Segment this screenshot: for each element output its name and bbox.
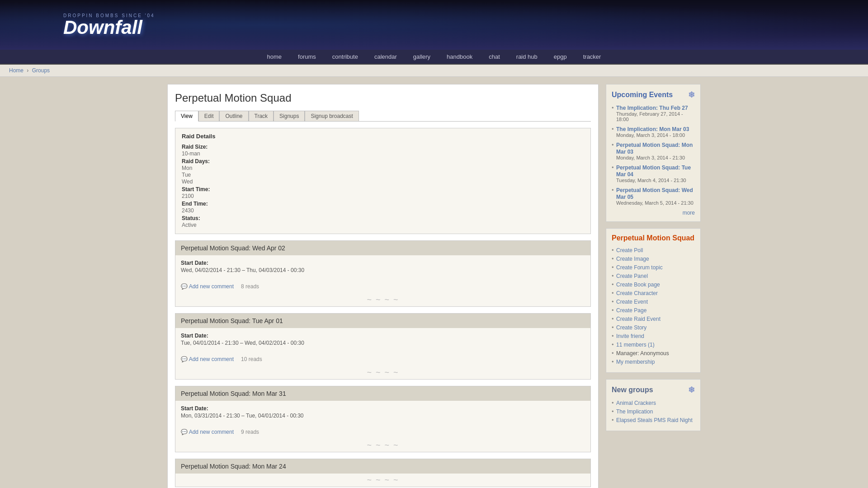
tab-signup-broadcast[interactable]: Signup broadcast [305, 111, 359, 121]
raid-days-tue: Tue [182, 172, 191, 178]
upcoming-event-link-2[interactable]: Perpetual Motion Squad: Mon Mar 03 [616, 142, 693, 155]
group-action-text-12: Manager: Anonymous [616, 350, 669, 357]
group-action-link-4[interactable]: Create Book page [616, 282, 660, 288]
group-action-link-6[interactable]: Create Event [616, 299, 648, 305]
logo-title: Downfall [63, 18, 142, 37]
card-divider-2: ~ ~ ~ ~ [175, 439, 590, 452]
group-action-item-10: Invite friend [612, 333, 695, 339]
group-action-link-3[interactable]: Create Panel [616, 273, 648, 279]
group-action-link-2[interactable]: Create Forum topic [616, 264, 663, 271]
raid-end-label: End Time: [182, 201, 208, 207]
new-group-link-2[interactable]: Elapsed Steals PMS Raid Night [616, 417, 693, 423]
raid-days-row: Raid Days: Mon Tue Wed [182, 158, 584, 185]
tab-bar: ViewEditOutlineTrackSignupsSignup broadc… [175, 111, 591, 122]
group-actions-box: Perpetual Motion Squad Create PollCreate… [606, 228, 701, 373]
event-start-value-2: Mon, 03/31/2014 - 21:30 – Tue, 04/01/201… [181, 413, 585, 419]
raid-details-box: Raid Details Raid Size: 10-man Raid Days… [175, 128, 591, 234]
upcoming-event-link-0[interactable]: The Implication: Thu Feb 27 [616, 105, 688, 111]
upcoming-events-more: more [612, 209, 695, 216]
new-groups-title: New groups ❄ [612, 385, 695, 395]
upcoming-event-date-4: Wednesday, March 5, 2014 - 21:30 [616, 200, 695, 206]
upcoming-event-link-4[interactable]: Perpetual Motion Squad: Wed Mar 05 [616, 187, 693, 200]
upcoming-event-link-1[interactable]: The Implication: Mon Mar 03 [616, 126, 689, 132]
nav-item-chat[interactable]: chat [481, 50, 508, 64]
event-footer-2: 💬 Add new comment9 reads [175, 427, 590, 439]
group-action-item-5: Create Character [612, 290, 695, 296]
event-card-title-0: Perpetual Motion Squad: Wed Apr 02 [175, 241, 590, 255]
upcoming-event-item-3: Perpetual Motion Squad: Tue Mar 04Tuesda… [612, 164, 695, 183]
sidebar: Upcoming Events ❄ The Implication: Thu F… [606, 84, 701, 488]
add-comment-link-1[interactable]: 💬 Add new comment [181, 356, 234, 362]
raid-size-row: Raid Size: 10-man [182, 143, 584, 157]
tab-edit[interactable]: Edit [198, 111, 220, 121]
new-group-link-1[interactable]: The Implication [616, 408, 653, 415]
group-actions-title: Perpetual Motion Squad [612, 234, 695, 242]
group-action-link-0[interactable]: Create Poll [616, 247, 643, 253]
nav-item-gallery[interactable]: gallery [405, 50, 439, 64]
event-start-label-2: Start Date: [181, 405, 585, 412]
upcoming-events-list: The Implication: Thu Feb 27Thursday, Feb… [612, 104, 695, 206]
group-action-item-11: 11 members (1) [612, 341, 695, 348]
nav-item-contribute[interactable]: contribute [324, 50, 366, 64]
raid-status-label: Status: [182, 215, 200, 221]
nav-item-handbook[interactable]: handbook [439, 50, 481, 64]
group-action-link-8[interactable]: Create Raid Event [616, 316, 660, 322]
upcoming-event-date-0: Thursday, February 27, 2014 - 18:00 [616, 111, 695, 122]
nav-item-calendar[interactable]: calendar [366, 50, 405, 64]
new-group-item-2: Elapsed Steals PMS Raid Night [612, 417, 695, 423]
group-action-link-9[interactable]: Create Story [616, 324, 646, 331]
reads-count-2: 9 reads [241, 429, 259, 435]
upcoming-event-item-1: The Implication: Mon Mar 03Monday, March… [612, 126, 695, 138]
logo: DROPPIN BOMBS SINCE '04 Downfall [63, 13, 155, 37]
group-action-item-3: Create Panel [612, 272, 695, 279]
nav-item-home[interactable]: home [259, 50, 290, 64]
site-header: DROPPIN BOMBS SINCE '04 Downfall [0, 0, 868, 50]
add-comment-link-2[interactable]: 💬 Add new comment [181, 429, 234, 435]
group-action-link-11[interactable]: 11 members (1) [616, 342, 655, 348]
new-group-item-1: The Implication [612, 408, 695, 415]
group-action-link-1[interactable]: Create Image [616, 256, 649, 262]
card-divider-1: ~ ~ ~ ~ [175, 366, 590, 379]
raid-days-mon: Mon [182, 165, 192, 171]
content-area: Perpetual Motion Squad ViewEditOutlineTr… [167, 84, 599, 488]
upcoming-event-item-2: Perpetual Motion Squad: Mon Mar 03Monday… [612, 141, 695, 160]
upcoming-event-date-3: Tuesday, March 4, 2014 - 21:30 [616, 178, 695, 183]
new-group-link-0[interactable]: Animal Crackers [616, 400, 656, 406]
tab-signups[interactable]: Signups [274, 111, 305, 121]
group-action-item-2: Create Forum topic [612, 264, 695, 271]
new-groups-icon: ❄ [688, 385, 695, 395]
group-action-item-13: My membership [612, 358, 695, 365]
event-card-title-3: Perpetual Motion Squad: Mon Mar 24 [175, 459, 590, 474]
event-card-title-1: Perpetual Motion Squad: Tue Apr 01 [175, 314, 590, 328]
raid-size-value: 10-man [182, 150, 200, 157]
nav-item-tracker[interactable]: tracker [575, 50, 609, 64]
event-start-label-0: Start Date: [181, 260, 585, 266]
upcoming-event-link-3[interactable]: Perpetual Motion Squad: Tue Mar 04 [616, 164, 691, 178]
nav-item-raid-hub[interactable]: raid hub [508, 50, 546, 64]
group-action-link-7[interactable]: Create Page [616, 307, 646, 314]
upcoming-event-date-1: Monday, March 3, 2014 - 18:00 [616, 132, 695, 138]
group-action-item-7: Create Page [612, 307, 695, 314]
tab-outline[interactable]: Outline [219, 111, 248, 121]
nav-item-epgp[interactable]: epgp [546, 50, 575, 64]
event-card-body-0: Start Date:Wed, 04/02/2014 - 21:30 – Thu… [175, 255, 590, 282]
raid-start-label: Start Time: [182, 186, 210, 192]
breadcrumb: Home › Groups [0, 65, 868, 77]
tab-view[interactable]: View [175, 111, 198, 122]
event-card-3: Perpetual Motion Squad: Mon Mar 24~ ~ ~ … [175, 459, 591, 487]
group-action-link-13[interactable]: My membership [616, 359, 655, 365]
nav-item-forums[interactable]: forums [290, 50, 324, 64]
add-comment-link-0[interactable]: 💬 Add new comment [181, 283, 234, 290]
group-action-item-4: Create Book page [612, 281, 695, 288]
reads-count-0: 8 reads [241, 283, 259, 290]
upcoming-event-item-0: The Implication: Thu Feb 27Thursday, Feb… [612, 104, 695, 122]
raid-details-title: Raid Details [182, 133, 584, 140]
group-action-item-0: Create Poll [612, 247, 695, 253]
group-action-link-5[interactable]: Create Character [616, 290, 658, 296]
event-cards: Perpetual Motion Squad: Wed Apr 02Start … [175, 240, 591, 487]
breadcrumb-home[interactable]: Home [9, 67, 24, 74]
group-action-link-10[interactable]: Invite friend [616, 333, 644, 339]
more-events-link[interactable]: more [683, 210, 695, 216]
tab-track[interactable]: Track [249, 111, 274, 121]
breadcrumb-groups[interactable]: Groups [32, 67, 50, 74]
